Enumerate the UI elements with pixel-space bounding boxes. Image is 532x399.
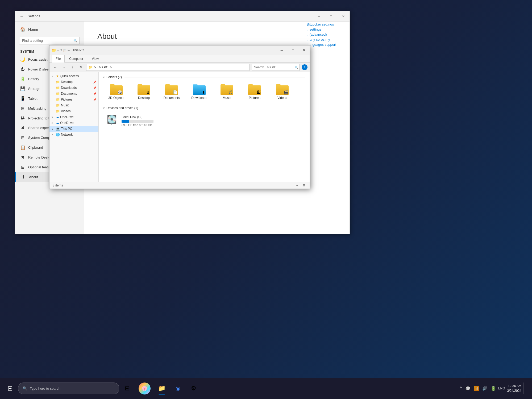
taskbar-volume-icon: 🔊 [482, 386, 488, 391]
ribbon-tab-file[interactable]: File [52, 55, 65, 63]
nav-this-pc[interactable]: ∨ 💻 This PC [49, 126, 98, 132]
settings-maximize-button[interactable]: □ [325, 11, 337, 22]
show-desktop-button[interactable] [523, 383, 526, 394]
taskbar-chrome-button[interactable]: ◉ [170, 380, 186, 396]
onedrive-cloud-icon: ☁ [56, 115, 59, 119]
ribbon-tab-computer[interactable]: Computer [65, 55, 87, 62]
explorer-toolbar-icons: ⬆ 📋 ✂ [60, 49, 72, 52]
tablet-icon: 📱 [20, 96, 25, 101]
nav-onedrive-1[interactable]: > ☁ OneDrive [49, 114, 98, 120]
devices-section-title: Devices and drives (1) [106, 106, 138, 110]
folder-item-pictures[interactable]: 🖼 Pictures [241, 82, 268, 102]
desktop-folder-label: Desktop [138, 96, 150, 100]
nav-item-downloads[interactable]: 📁 Downloads 📌 [54, 85, 98, 91]
drive-item-c[interactable]: 💽 C: Local Disk (C:) 89.3 GB free of 118… [103, 113, 172, 129]
sidebar-about-label: About [29, 175, 38, 179]
settings-back-button[interactable]: ← [18, 13, 26, 20]
address-bar[interactable]: 📁 > This PC > [86, 64, 250, 71]
music-folder-label: Music [223, 96, 231, 100]
explorer-minimize-button[interactable]: ─ [276, 45, 287, 55]
start-button[interactable]: ⊞ [2, 380, 18, 396]
folder-item-desktop[interactable]: 🖥 Desktop [131, 82, 157, 102]
nav-item-videos[interactable]: 📁 Videos [54, 108, 98, 114]
taskbar-file-explorer-button[interactable]: 📁 [154, 380, 170, 396]
nav-item-desktop[interactable]: 📁 Desktop 📌 [54, 79, 98, 85]
nav-onedrive2-label: OneDrive [60, 121, 74, 125]
nav-onedrive-2[interactable]: > ☁ OneDrive [49, 120, 98, 126]
pin-icon: 📌 [93, 81, 96, 84]
settings-close-button[interactable]: ✕ [337, 11, 350, 22]
nav-up-button[interactable]: ↑ [69, 64, 76, 71]
taskbar-right-area: ^ 💬 📶 🔊 🔋 ENG 12:36 AM 3/24/2024 [460, 383, 530, 394]
settings-window-title: Settings [28, 14, 40, 18]
system-comp-icon: ⊞ [20, 135, 25, 140]
drive-space-label: 89.3 GB free of 118 GB [122, 123, 170, 127]
explorer-nav-pane: ∨ ★ Quick access 📁 Desktop 📌 📁 Downloads… [49, 72, 99, 182]
folder-item-music[interactable]: 🎵 Music [214, 82, 240, 102]
ribbon-tab-view[interactable]: View [88, 55, 103, 62]
this-pc-computer-icon: 💻 [56, 127, 60, 131]
settings-window-controls: ─ □ ✕ [313, 11, 350, 22]
sidebar-home-label: Home [28, 27, 38, 32]
explorer-close-button[interactable]: ✕ [298, 45, 310, 55]
related-link-4[interactable]: ...any cores my [307, 38, 336, 41]
nav-this-pc-label: This PC [61, 127, 72, 131]
drive-name-label: Local Disk (C:) [122, 115, 170, 119]
settings-titlebar: ← Settings ─ □ ✕ [15, 11, 350, 22]
settings-minimize-button[interactable]: ─ [313, 11, 325, 22]
sidebar-focus-assist-label: Focus assist [28, 57, 47, 61]
optional-icon: ⊞ [20, 165, 25, 170]
taskbar-task-view-button[interactable]: ⊟ [119, 380, 135, 396]
nav-back-button[interactable]: ← [52, 64, 59, 71]
nav-item-documents[interactable]: 📁 Documents 📌 [54, 91, 98, 97]
list-view-button[interactable]: ≡ [294, 183, 300, 188]
home-icon: 🏠 [20, 27, 26, 32]
folder-item-3d-objects[interactable]: 🎲 3D Objects [103, 82, 130, 102]
sidebar-home-button[interactable]: 🏠 Home [15, 24, 84, 35]
sidebar-power-label: Power & sleep [28, 67, 51, 71]
taskbar-settings-button[interactable]: ⚙ [186, 380, 202, 396]
help-button[interactable]: ? [302, 64, 307, 70]
nav-network[interactable]: > 🌐 Network [49, 132, 98, 138]
music-folder-icon: 📁 [56, 103, 60, 107]
chevron-up-icon[interactable]: ^ [460, 386, 462, 391]
focus-assist-icon: 🌙 [20, 57, 25, 62]
related-link-2[interactable]: ...settings [307, 27, 336, 31]
downloads-folder-label: Downloads [191, 96, 207, 100]
bitlocker-settings-link[interactable]: BitLocker settings [307, 22, 336, 26]
nav-item-pictures[interactable]: 📁 Pictures 📌 [54, 97, 98, 102]
folder-item-downloads[interactable]: ⬇ Downloads [186, 82, 213, 102]
explorer-search-wrap: 🔍 [252, 64, 300, 71]
taskbar-search-icon: 🔍 [23, 386, 27, 390]
details-view-button[interactable]: ⊞ [301, 183, 306, 188]
sidebar-storage-label: Storage [28, 87, 40, 91]
music-folder-icon-img: 🎵 [221, 84, 233, 95]
nav-item-music[interactable]: 📁 Music [54, 102, 98, 108]
file-explorer-icon: 📁 [158, 385, 165, 392]
nav-forward-button[interactable]: → [60, 64, 68, 71]
nav-refresh-button[interactable]: ↻ [77, 64, 84, 71]
drive-icon-container: 💽 C: [105, 115, 118, 127]
settings-search-input[interactable] [19, 37, 80, 44]
explorer-maximize-button[interactable]: □ [287, 45, 298, 55]
taskbar-clock[interactable]: 12:36 AM 3/24/2024 [507, 384, 521, 393]
sidebar-tablet-label: Tablet [28, 97, 38, 101]
sidebar-clipboard-label: Clipboard [28, 146, 43, 149]
explorer-search-input[interactable] [252, 64, 300, 71]
pictures-folder-icon-img: 🖼 [248, 84, 261, 95]
folder-item-documents[interactable]: 📄 Documents [158, 82, 185, 102]
nav-quick-access[interactable]: ∨ ★ Quick access [49, 73, 98, 79]
folder-item-videos[interactable]: 🎬 Videos [269, 82, 296, 102]
view-toggle-buttons: ≡ ⊞ [294, 183, 306, 188]
this-pc-expand-icon: ∨ [52, 127, 55, 130]
page-title: About [97, 32, 336, 41]
related-link-5[interactable]: Languages support [307, 43, 336, 47]
desktop-folder-icon-img: 🖥 [138, 84, 150, 95]
taskbar-search-bar[interactable]: 🔍 Type here to search [18, 383, 119, 394]
related-link-3[interactable]: ...(advanced) [307, 32, 336, 36]
folders-grid: 🎲 3D Objects 🖥 Desktop [103, 82, 305, 102]
quick-access-children: 📁 Desktop 📌 📁 Downloads 📌 📁 Documents 📌 [49, 79, 98, 114]
explorer-search-button[interactable]: 🔍 [295, 65, 298, 69]
nav-onedrive1-label: OneDrive [60, 115, 74, 119]
explorer-window-title: ⬆ 📋 ✂ This PC [60, 48, 276, 52]
